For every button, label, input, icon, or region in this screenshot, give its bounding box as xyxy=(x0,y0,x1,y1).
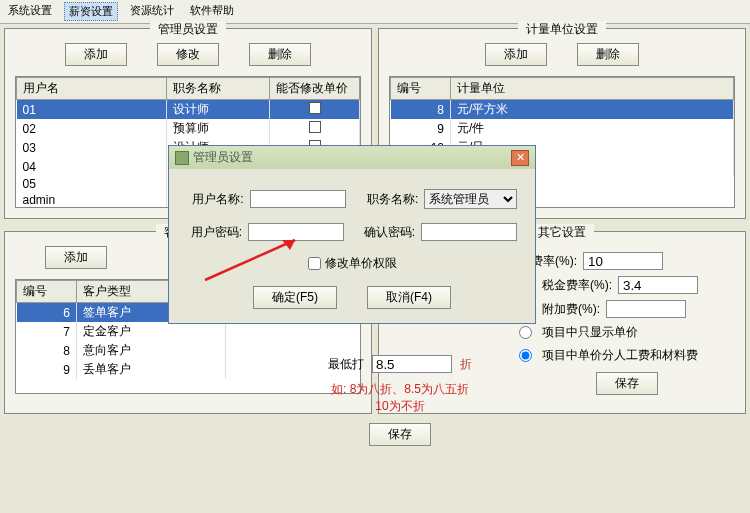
pwd2-field[interactable] xyxy=(421,223,517,241)
menu-help[interactable]: 软件帮助 xyxy=(186,2,238,21)
role-select[interactable]: 系统管理员 xyxy=(424,189,517,209)
admin-edit-button[interactable]: 修改 xyxy=(157,43,219,66)
cust-add-button[interactable]: 添加 xyxy=(45,246,107,269)
col-role: 职务名称 xyxy=(167,78,270,100)
price-only-radio[interactable] xyxy=(519,326,532,339)
extra-field[interactable] xyxy=(606,300,686,318)
admin-dialog: 管理员设置 ✕ 用户名称: 职务名称: 系统管理员 用户密码: 确认密码: 修改… xyxy=(168,145,536,324)
table-row[interactable]: 8元/平方米 xyxy=(391,100,734,120)
user-field[interactable] xyxy=(250,190,346,208)
discount-area: 最低打 折 如: 8为八折、8.5为八五折 10为不折 保存 xyxy=(300,355,500,454)
table-row[interactable]: 02预算师 xyxy=(17,119,360,138)
menu-salary[interactable]: 薪资设置 xyxy=(64,2,118,21)
discount-suffix: 折 xyxy=(460,356,472,373)
admin-add-button[interactable]: 添加 xyxy=(65,43,127,66)
opt2-label: 项目中单价分人工费和材料费 xyxy=(542,347,698,364)
discount-hint: 如: 8为八折、8.5为八五折 10为不折 xyxy=(300,381,500,415)
min-label: 最低打 xyxy=(328,356,364,373)
perm-check[interactable] xyxy=(309,121,321,133)
menu-stats[interactable]: 资源统计 xyxy=(126,2,178,21)
admin-delete-button[interactable]: 删除 xyxy=(249,43,311,66)
table-row[interactable]: 9丢单客户 xyxy=(17,360,226,379)
ok-button[interactable]: 确定(F5) xyxy=(253,286,337,309)
dialog-title-text: 管理员设置 xyxy=(193,149,253,166)
min-discount-field[interactable] xyxy=(372,355,452,373)
table-row[interactable]: 01设计师 xyxy=(17,100,360,120)
perm-check[interactable] xyxy=(309,102,321,114)
role-label: 职务名称: xyxy=(362,191,419,208)
dialog-icon xyxy=(175,151,189,165)
table-row[interactable]: 9元/件 xyxy=(391,119,734,138)
pwd2-label: 确认密码: xyxy=(360,224,415,241)
table-row[interactable]: 8意向客户 xyxy=(17,341,226,360)
unit-delete-button[interactable]: 删除 xyxy=(577,43,639,66)
col-id: 编号 xyxy=(17,281,77,303)
perm-label: 修改单价权限 xyxy=(325,255,397,272)
other-save-button[interactable]: 保存 xyxy=(596,372,658,395)
pwd-label: 用户密码: xyxy=(187,224,242,241)
tax-field[interactable] xyxy=(618,276,698,294)
menu-system[interactable]: 系统设置 xyxy=(4,2,56,21)
extra-label: 附加费(%): xyxy=(542,301,600,318)
col-unit: 计量单位 xyxy=(451,78,734,100)
perm-checkbox[interactable] xyxy=(308,257,321,270)
unit-add-button[interactable]: 添加 xyxy=(485,43,547,66)
col-id: 编号 xyxy=(391,78,451,100)
user-label: 用户名称: xyxy=(187,191,244,208)
admin-title: 管理员设置 xyxy=(150,21,226,38)
cancel-button[interactable]: 取消(F4) xyxy=(367,286,451,309)
price-split-radio[interactable] xyxy=(519,349,532,362)
menu-bar: 系统设置 薪资设置 资源统计 软件帮助 xyxy=(0,0,750,24)
table-row[interactable]: 7定金客户 xyxy=(17,322,226,341)
other-title: 其它设置 xyxy=(530,224,594,241)
close-icon[interactable]: ✕ xyxy=(511,150,529,166)
col-perm: 能否修改单价 xyxy=(270,78,360,100)
unit-title: 计量单位设置 xyxy=(518,21,606,38)
mgmt-field[interactable] xyxy=(583,252,663,270)
tax-label: 税金费率(%): xyxy=(542,277,612,294)
discount-save-button[interactable]: 保存 xyxy=(369,423,431,446)
pwd-field[interactable] xyxy=(248,223,344,241)
opt1-label: 项目中只显示单价 xyxy=(542,324,638,341)
col-user: 用户名 xyxy=(17,78,167,100)
